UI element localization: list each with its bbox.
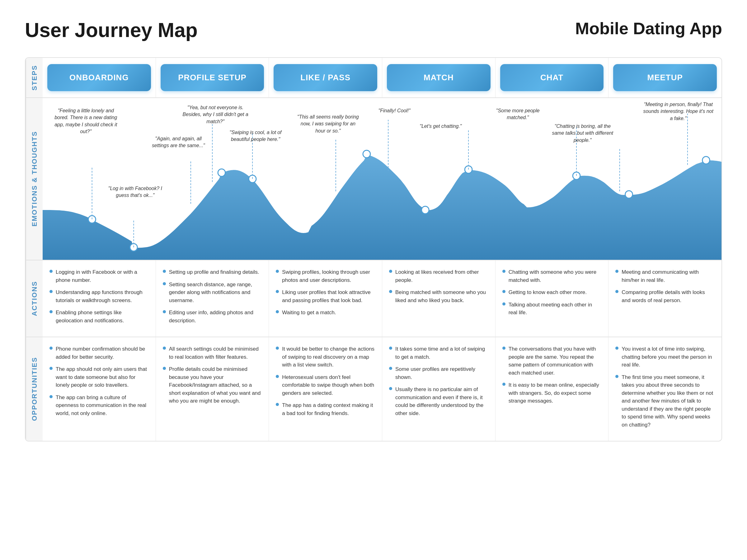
bullet-text: It is easy to be mean online, especially… [509, 381, 602, 405]
bullet-item: Waiting to get a match. [276, 309, 375, 317]
bullet-item: Comparing profile details with looks and… [615, 288, 715, 304]
journey-map: STEPS ONBOARDINGPROFILE SETUPLIKE / PASS… [25, 57, 722, 442]
emotion-point-3 [218, 169, 225, 177]
bullet-dot [389, 270, 392, 273]
bullet-text: It would be better to change the actions… [282, 345, 375, 369]
action-cell-1: Setting up profile and finalising detail… [156, 260, 269, 337]
bullet-dot [503, 270, 506, 273]
thought-9: "Some more people matched." [490, 107, 545, 126]
bullet-dot [163, 310, 166, 313]
action-cell-2: Swiping profiles, looking through user p… [269, 260, 382, 337]
step-cell-onboarding: ONBOARDING [43, 58, 156, 97]
bullet-text: You invest a lot of time into swiping, c… [622, 345, 715, 369]
bullet-dot [163, 347, 166, 350]
bullet-dot [163, 270, 166, 273]
bullet-text: Meeting and communicating with him/her i… [622, 268, 715, 284]
bullet-dot [615, 290, 618, 293]
main-title: User Journey Map [25, 19, 198, 42]
bullet-dot [50, 290, 53, 293]
step-btn-match[interactable]: MATCH [387, 64, 491, 91]
step-cell-like-pass: LIKE / PASS [269, 58, 382, 97]
bullet-text: The app can bring a culture of openness … [56, 394, 149, 418]
sub-title: Mobile Dating App [575, 19, 722, 38]
bullet-item: Editing user info, adding photos and des… [163, 309, 262, 324]
bullet-item: All search settings could be minimised t… [163, 345, 262, 361]
bullet-text: Setting up profile and finalising detail… [169, 268, 259, 276]
step-btn-profile-setup[interactable]: PROFILE SETUP [161, 64, 264, 91]
bullet-text: Editing user info, adding photos and des… [169, 309, 262, 324]
bullet-text: Some user profiles are repetitively show… [395, 365, 488, 381]
action-cell-0: Logging in with Facebook or with a phone… [43, 260, 156, 337]
action-cell-3: Looking at likes received from other peo… [382, 260, 495, 337]
bullet-text: Waiting to get a match. [282, 309, 336, 317]
step-cell-chat: CHAT [495, 58, 609, 97]
action-cell-5: Meeting and communicating with him/her i… [609, 260, 721, 337]
bullet-text: Chatting with someone who you were match… [509, 268, 602, 284]
bullet-dot [276, 347, 279, 350]
bullet-item: The app should not only aim users that w… [50, 365, 149, 389]
opportunities-label: OPPORTUNITIES [26, 337, 43, 441]
step-btn-chat[interactable]: CHAT [500, 64, 604, 91]
bullet-item: You invest a lot of time into swiping, c… [615, 345, 715, 369]
bullet-text: Swiping profiles, looking through user p… [282, 268, 375, 284]
step-cell-match: MATCH [382, 58, 495, 97]
opp-cell-4: The conversations that you have with peo… [495, 337, 609, 441]
opp-cells: Phone number confirmation should be adde… [43, 337, 721, 441]
bullet-text: Liking user profiles that look attractiv… [282, 288, 375, 304]
bullet-dot [615, 375, 618, 378]
emotion-point-6 [421, 206, 429, 214]
step-btn-onboarding[interactable]: ONBOARDING [47, 64, 151, 91]
bullet-dot [503, 383, 506, 386]
bullet-text: Comparing profile details with looks and… [622, 288, 715, 304]
opportunities-row: OPPORTUNITIES Phone number confirmation … [26, 337, 721, 441]
emotions-row: EMOTIONS & THOUGHTS [26, 98, 721, 260]
step-btn-like-pass[interactable]: LIKE / PASS [274, 64, 377, 91]
bullet-dot [389, 387, 392, 390]
bullet-text: Usually there is no particular aim of co… [395, 385, 488, 417]
bullet-dot [163, 367, 166, 370]
bullet-dot [276, 310, 279, 313]
bullet-item: Phone number confirmation should be adde… [50, 345, 149, 361]
thought-4: "Yea, but not everyone is. Besides, why … [181, 104, 249, 129]
bullet-text: Profile details could be minimised becau… [169, 365, 262, 405]
steps-row: STEPS ONBOARDINGPROFILE SETUPLIKE / PASS… [26, 58, 721, 98]
bullet-item: Talking about meeting each other in real… [503, 301, 602, 317]
bullet-item: Usually there is no particular aim of co… [389, 385, 488, 417]
actions-label: ACTIONS [26, 260, 43, 337]
steps-cells: ONBOARDINGPROFILE SETUPLIKE / PASSMATCHC… [43, 58, 721, 97]
bullet-item: Heterosexual users don't feel comfortabl… [276, 373, 375, 397]
bullet-item: It is easy to be mean online, especially… [503, 381, 602, 405]
bullet-item: Meeting and communicating with him/her i… [615, 268, 715, 284]
bullet-dot [50, 310, 53, 313]
bullet-dot [615, 270, 618, 273]
bullet-text: Looking at likes received from other peo… [395, 268, 488, 284]
bullet-item: Logging in with Facebook or with a phone… [50, 268, 149, 284]
bullet-dot [276, 270, 279, 273]
thought-5: "Swiping is cool, a lot of beautiful peo… [225, 129, 286, 151]
bullet-item: Some user profiles are repetitively show… [389, 365, 488, 381]
bullet-item: Profile details could be minimised becau… [163, 365, 262, 405]
bullet-dot [276, 290, 279, 293]
bullet-item: Getting to know each other more. [503, 288, 602, 296]
bullet-dot [503, 302, 506, 305]
emotion-point-9 [625, 191, 633, 198]
bullet-item: The app can bring a culture of openness … [50, 394, 149, 418]
bullet-dot [50, 395, 53, 398]
action-cell-4: Chatting with someone who you were match… [495, 260, 609, 337]
thought-7: "Finally! Cool!" [370, 107, 419, 126]
bullet-item: Liking user profiles that look attractiv… [276, 288, 375, 304]
bullet-dot [50, 270, 53, 273]
bullet-item: Enabling phone settings like geolocation… [50, 309, 149, 324]
bullet-text: Being matched with someone who you liked… [395, 288, 488, 304]
bullet-dot [50, 347, 53, 350]
bullet-dot [163, 282, 166, 285]
bullet-text: Logging in with Facebook or with a phone… [56, 268, 149, 284]
emotion-point-5 [363, 150, 370, 158]
opp-cell-3: It takes some time and a lot of swiping … [382, 337, 495, 441]
step-btn-meetup[interactable]: MEETUP [613, 64, 717, 91]
thought-11: "Meeting in person, finally! That sounds… [641, 101, 715, 135]
bullet-text: Heterosexual users don't feel comfortabl… [282, 373, 375, 397]
bullet-item: Being matched with someone who you liked… [389, 288, 488, 304]
opp-cell-2: It would be better to change the actions… [269, 337, 382, 441]
bullet-item: Swiping profiles, looking through user p… [276, 268, 375, 284]
